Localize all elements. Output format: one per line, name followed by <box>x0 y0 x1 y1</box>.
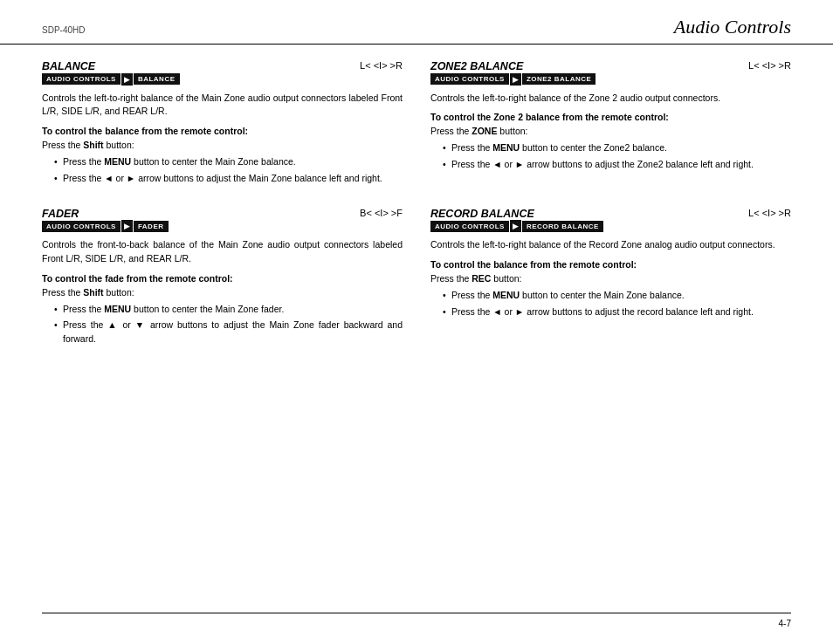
section-title-row: L< <I> >RZONE2 BALANCE <box>430 60 791 72</box>
breadcrumb-arrow-icon: ▶ <box>121 220 133 232</box>
breadcrumb: AUDIO CONTROLS▶FADER <box>42 220 169 232</box>
list-item: Press the MENU button to center the Main… <box>54 303 403 317</box>
section-description: Controls the left-to-right balance of th… <box>430 238 791 252</box>
bullet-list: Press the MENU button to center the Zone… <box>430 141 791 172</box>
breadcrumb-section-label: ZONE2 BALANCE <box>522 73 596 85</box>
section-range: L< <I> >R <box>748 208 791 218</box>
bullet-list: Press the MENU button to center the Main… <box>42 303 403 346</box>
press-instruction: Press the REC button: <box>430 273 791 284</box>
section-record-balance: L< <I> >RRECORD BALANCEAUDIO CONTROLS▶RE… <box>430 208 791 349</box>
list-item: Press the MENU button to center the Main… <box>443 289 791 303</box>
section-zone2-balance: L< <I> >RZONE2 BALANCEAUDIO CONTROLS▶ZON… <box>430 60 791 188</box>
header: SDP-40HD Audio Controls <box>0 0 833 45</box>
main-content: L< <I> >RBALANCEAUDIO CONTROLS▶BALANCECo… <box>0 45 833 368</box>
section-title-row: B< <I> >FFADER <box>42 208 403 220</box>
breadcrumb-audio-controls: AUDIO CONTROLS <box>430 73 509 85</box>
press-instruction: Press the Shift button: <box>42 287 403 298</box>
remote-control-heading: To control the Zone 2 balance from the r… <box>430 112 791 122</box>
section-title: RECORD BALANCE <box>430 208 534 220</box>
breadcrumb: AUDIO CONTROLS▶ZONE2 BALANCE <box>430 73 595 86</box>
bullet-list: Press the MENU button to center the Main… <box>42 155 403 186</box>
section-balance: L< <I> >RBALANCEAUDIO CONTROLS▶BALANCECo… <box>42 60 403 188</box>
page: SDP-40HD Audio Controls L< <I> >RBALANCE… <box>0 0 833 644</box>
breadcrumb-section-label: RECORD BALANCE <box>522 221 603 232</box>
breadcrumb: AUDIO CONTROLS▶BALANCE <box>42 73 180 86</box>
section-range: L< <I> >R <box>748 60 791 71</box>
section-description: Controls the left-to-right balance of th… <box>430 92 791 106</box>
breadcrumb-arrow-icon: ▶ <box>510 220 521 232</box>
page-number: 4-7 <box>779 619 791 628</box>
section-range: B< <I> >F <box>360 208 403 218</box>
press-instruction: Press the ZONE button: <box>430 126 791 136</box>
breadcrumb-section-label: BALANCE <box>134 73 180 85</box>
section-title: ZONE2 BALANCE <box>430 60 523 72</box>
remote-control-heading: To control the balance from the remote c… <box>42 126 403 136</box>
breadcrumb-arrow-icon: ▶ <box>121 73 133 86</box>
header-title: Audio Controls <box>674 16 791 38</box>
breadcrumb-arrow-icon: ▶ <box>510 73 521 86</box>
section-description: Controls the left-to-right balance of th… <box>42 92 403 120</box>
breadcrumb-audio-controls: AUDIO CONTROLS <box>42 73 120 85</box>
list-item: Press the MENU button to center the Main… <box>54 155 403 169</box>
remote-control-heading: To control the balance from the remote c… <box>430 259 791 270</box>
list-item: Press the ◄ or ► arrow buttons to adjust… <box>443 158 791 172</box>
list-item: Press the MENU button to center the Zone… <box>443 141 791 155</box>
list-item: Press the ◄ or ► arrow buttons to adjust… <box>443 305 791 319</box>
bullet-list: Press the MENU button to center the Main… <box>430 289 791 319</box>
footer: 4-7 <box>42 613 791 628</box>
list-item: Press the ▲ or ▼ arrow buttons to adjust… <box>54 319 403 346</box>
section-description: Controls the front-to-back balance of th… <box>42 238 403 266</box>
section-range: L< <I> >R <box>360 60 403 71</box>
list-item: Press the ◄ or ► arrow buttons to adjust… <box>54 172 403 186</box>
section-title: BALANCE <box>42 60 95 72</box>
breadcrumb-audio-controls: AUDIO CONTROLS <box>430 221 509 232</box>
breadcrumb: AUDIO CONTROLS▶RECORD BALANCE <box>430 220 603 232</box>
press-instruction: Press the Shift button: <box>42 140 403 150</box>
section-fader: B< <I> >FFADERAUDIO CONTROLS▶FADERContro… <box>42 208 403 349</box>
remote-control-heading: To control the fade from the remote cont… <box>42 273 403 284</box>
section-title-row: L< <I> >RRECORD BALANCE <box>430 208 791 220</box>
section-title: FADER <box>42 208 79 220</box>
breadcrumb-audio-controls: AUDIO CONTROLS <box>42 221 120 232</box>
section-title-row: L< <I> >RBALANCE <box>42 60 403 72</box>
breadcrumb-section-label: FADER <box>134 221 169 232</box>
header-left: SDP-40HD <box>42 25 85 35</box>
